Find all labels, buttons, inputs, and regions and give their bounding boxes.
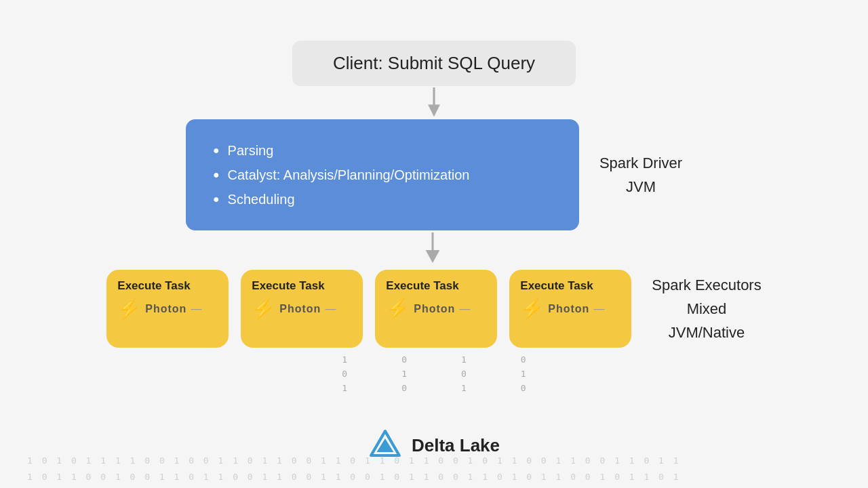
photon-text-3: Photon [414, 303, 455, 315]
arrow-down-1 [420, 87, 448, 118]
diagram-container: Client: Submit SQL Query Parsing Catalys… [0, 0, 868, 488]
floating-bits: 1 0 1 0 1 0 1 0 1 0 1 0 [176, 353, 692, 395]
floating-bit-col-1: 1 0 1 [342, 353, 347, 395]
driver-section: Parsing Catalyst: Analysis/Planning/Opti… [186, 119, 682, 230]
client-box: Client: Submit SQL Query [292, 41, 576, 86]
photon-text-4: Photon [548, 303, 589, 315]
executor-task-label-3: Execute Task [386, 279, 458, 293]
delta-lake-text: Delta Lake [412, 435, 500, 456]
client-label: Client: Submit SQL Query [333, 53, 535, 73]
executor-task-label-1: Execute Task [117, 279, 190, 293]
executor-card-2: Execute Task ⚡ Photon — [241, 270, 363, 348]
driver-list: Parsing Catalyst: Analysis/Planning/Opti… [213, 138, 552, 211]
svg-marker-3 [426, 250, 440, 263]
delta-lake-section: Delta Lake [368, 428, 500, 462]
executor-card-1: Execute Task ⚡ Photon — [106, 270, 229, 348]
photon-row-2: ⚡ Photon — [252, 300, 336, 319]
floating-bit-col-2: 0 1 0 [401, 353, 407, 395]
svg-marker-1 [428, 104, 440, 117]
floating-bit-col-4: 0 1 0 [521, 353, 526, 395]
photon-dash-4: — [593, 303, 604, 315]
photon-row-4: ⚡ Photon — [520, 300, 604, 319]
executor-task-label-4: Execute Task [520, 279, 593, 293]
driver-list-item-parsing: Parsing [213, 138, 552, 163]
photon-text-2: Photon [279, 303, 321, 315]
photon-text-1: Photon [145, 303, 186, 315]
bolt-icon-3: ⚡ [386, 300, 410, 319]
delta-logo-icon [368, 428, 402, 462]
driver-list-item-catalyst: Catalyst: Analysis/Planning/Optimization [213, 163, 552, 187]
arrow-down-2 [419, 232, 449, 265]
photon-row-1: ⚡ Photon — [117, 300, 201, 319]
driver-label: Spark Driver JVM [599, 151, 682, 199]
bolt-icon-2: ⚡ [252, 300, 275, 319]
executors-label: Spark Executors Mixed JVM/Native [652, 273, 761, 345]
executor-card-3: Execute Task ⚡ Photon — [375, 270, 497, 348]
photon-dash-2: — [325, 303, 336, 315]
executors-row: Execute Task ⚡ Photon — Execute Task ⚡ P… [106, 270, 631, 348]
driver-list-item-scheduling: Scheduling [213, 187, 552, 211]
executors-section: Execute Task ⚡ Photon — Execute Task ⚡ P… [106, 270, 761, 348]
photon-dash-3: — [459, 303, 470, 315]
photon-dash-1: — [191, 303, 201, 315]
executor-task-label-2: Execute Task [252, 279, 324, 293]
bolt-icon-1: ⚡ [117, 300, 141, 319]
photon-row-3: ⚡ Photon — [386, 300, 470, 319]
bolt-icon-4: ⚡ [520, 300, 544, 319]
executor-card-4: Execute Task ⚡ Photon — [509, 270, 631, 348]
driver-box: Parsing Catalyst: Analysis/Planning/Opti… [186, 119, 579, 230]
floating-bit-col-3: 1 0 1 [461, 353, 467, 395]
